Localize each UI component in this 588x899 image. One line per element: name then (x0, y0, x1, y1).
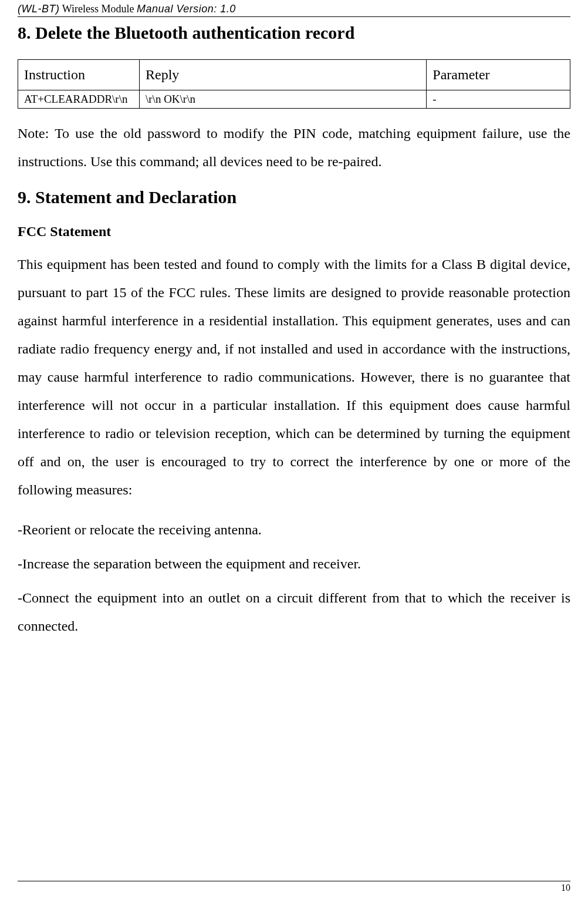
cell-reply: \r\n OK\r\n (140, 90, 427, 109)
fcc-statement-heading: FCC Statement (18, 224, 570, 240)
section-9-title: 9. Statement and Declaration (18, 187, 570, 207)
table-header-row: Instruction Reply Parameter (18, 60, 570, 90)
document-header: (WL-BT) Wireless Module Manual Version: … (18, 0, 570, 17)
cell-instruction: AT+CLEARADDR\r\n (18, 90, 140, 109)
section-8-title: 8. Delete the Bluetooth authentication r… (18, 23, 570, 43)
command-table: Instruction Reply Parameter AT+CLEARADDR… (18, 59, 570, 109)
measure-1: -Reorient or relocate the receiving ante… (18, 516, 570, 544)
module-text: Wireless Module (59, 3, 136, 15)
section-8-note: Note: To use the old password to modify … (18, 119, 570, 176)
fcc-statement-body: This equipment has been tested and found… (18, 250, 570, 504)
header-instruction: Instruction (18, 60, 140, 90)
cell-parameter: - (427, 90, 570, 109)
page-number: 10 (561, 883, 570, 893)
manual-version: Manual Version: 1.0 (137, 3, 236, 15)
page-footer: 10 (18, 881, 570, 893)
module-code: (WL-BT) (18, 3, 59, 15)
header-reply: Reply (140, 60, 427, 90)
measure-2: -Increase the separation between the equ… (18, 550, 570, 578)
header-parameter: Parameter (427, 60, 570, 90)
measure-3: -Connect the equipment into an outlet on… (18, 584, 570, 640)
table-data-row: AT+CLEARADDR\r\n \r\n OK\r\n - (18, 90, 570, 109)
